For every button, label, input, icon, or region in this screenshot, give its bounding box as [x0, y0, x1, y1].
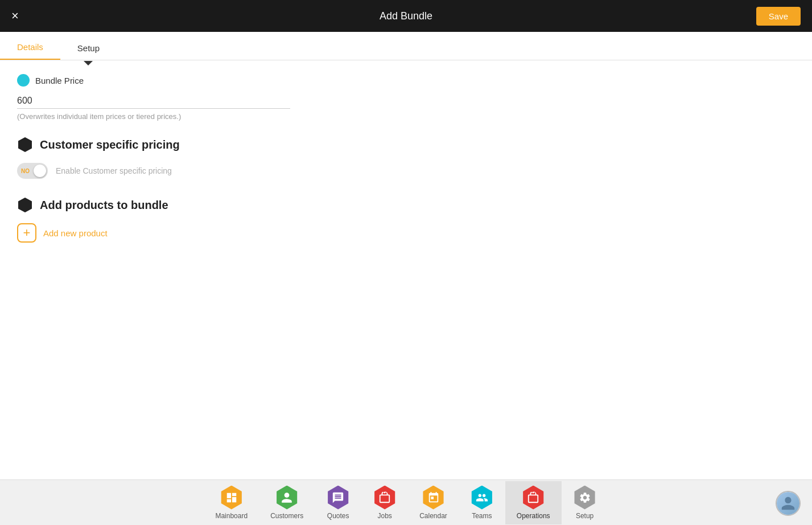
jobs-label: Jobs: [377, 512, 391, 520]
user-avatar[interactable]: [776, 491, 801, 516]
add-product-label: Add new product: [43, 228, 108, 238]
quotes-icon: [326, 486, 350, 510]
calendar-icon: [422, 486, 446, 510]
customer-pricing-toggle[interactable]: NO: [17, 163, 48, 179]
nav-item-quotes[interactable]: Quotes: [315, 481, 361, 524]
bundle-price-hint: (Overwrites individual item prices or ti…: [17, 112, 795, 121]
avatar-image: [777, 492, 799, 515]
bundle-price-label: Bundle Price: [35, 76, 84, 85]
teams-icon: [470, 486, 494, 510]
toggle-no-label: NO: [21, 168, 30, 174]
bundle-price-header: Bundle Price: [17, 74, 795, 87]
nav-item-jobs[interactable]: Jobs: [361, 481, 408, 524]
customer-pricing-header: Customer specific pricing: [17, 137, 795, 153]
setup-label: Setup: [576, 512, 593, 520]
setup-icon: [573, 486, 597, 510]
save-button[interactable]: Save: [756, 7, 801, 26]
nav-item-calendar[interactable]: Calendar: [408, 481, 459, 524]
customer-pricing-title: Customer specific pricing: [40, 138, 180, 151]
teams-label: Teams: [472, 512, 492, 520]
operations-label: Operations: [517, 512, 550, 520]
bundle-price-icon: [17, 74, 30, 87]
bottom-nav: Mainboard Customers Quotes Jobs Calendar…: [0, 479, 812, 525]
tabs-bar: Details Setup: [0, 32, 812, 60]
nav-item-mainboard[interactable]: Mainboard: [204, 481, 259, 524]
customers-label: Customers: [270, 512, 303, 520]
add-product-icon: +: [17, 223, 36, 243]
header: × Add Bundle Save: [0, 0, 812, 32]
operations-icon: [521, 486, 545, 510]
page-title: Add Bundle: [380, 10, 432, 22]
nav-item-teams[interactable]: Teams: [459, 481, 505, 524]
nav-item-customers[interactable]: Customers: [259, 481, 315, 524]
svg-marker-0: [18, 137, 32, 152]
nav-item-operations[interactable]: Operations: [505, 481, 562, 524]
main-content: Bundle Price (Overwrites individual item…: [0, 60, 812, 479]
bundle-price-input[interactable]: [17, 93, 290, 109]
toggle-description: Enable Customer specific pricing: [56, 166, 172, 175]
add-products-header: Add products to bundle: [17, 197, 795, 213]
nav-item-setup[interactable]: Setup: [562, 481, 608, 524]
toggle-knob: [34, 165, 46, 177]
tab-details[interactable]: Details: [0, 35, 60, 60]
tab-indicator: [84, 61, 93, 65]
mainboard-label: Mainboard: [215, 512, 248, 520]
close-button[interactable]: ×: [11, 10, 19, 22]
mainboard-icon: [220, 486, 244, 510]
add-products-icon: [17, 197, 33, 213]
toggle-row: NO Enable Customer specific pricing: [17, 163, 795, 179]
tab-setup[interactable]: Setup: [60, 36, 117, 60]
quotes-label: Quotes: [327, 512, 349, 520]
svg-marker-1: [18, 198, 32, 212]
calendar-label: Calendar: [419, 512, 447, 520]
customer-pricing-icon: [17, 137, 33, 153]
add-products-title: Add products to bundle: [40, 199, 168, 212]
customers-icon: [275, 486, 299, 510]
add-new-product-row[interactable]: + Add new product: [17, 223, 795, 243]
jobs-icon: [373, 486, 397, 510]
